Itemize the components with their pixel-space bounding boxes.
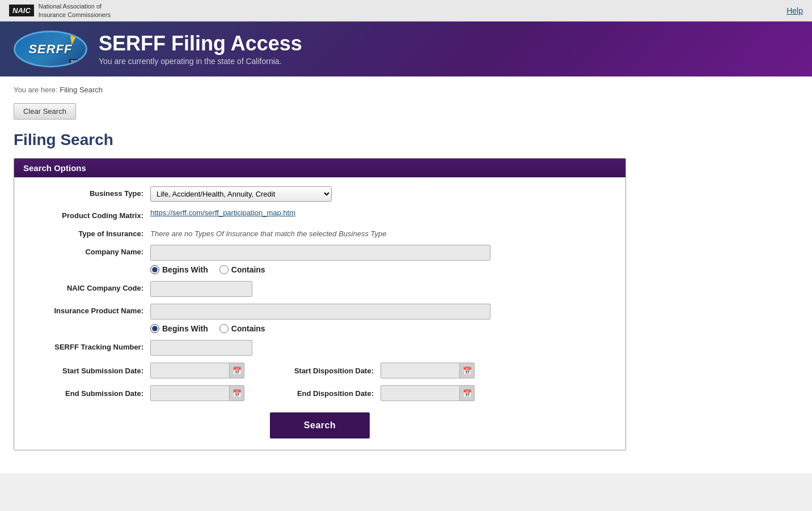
end-disposition-label: End Disposition Date: [267, 389, 380, 398]
business-type-label: Business Type: [26, 186, 150, 198]
end-disposition-input[interactable] [380, 385, 460, 401]
clear-search-button[interactable]: Clear Search [14, 103, 76, 120]
insurance-product-row: Insurance Product Name: Begins With Cont… [26, 304, 614, 333]
end-submission-label: End Submission Date: [26, 389, 150, 398]
start-disposition-input-wrap: 📅 [380, 363, 475, 378]
help-link[interactable]: Help [786, 6, 803, 15]
breadcrumb: You are here: Filing Search [14, 86, 798, 94]
header-text: SERFF Filing Access You are currently op… [99, 32, 302, 66]
start-submission-calendar-button[interactable]: 📅 [230, 363, 244, 378]
end-submission-col: End Submission Date: 📅 [26, 385, 244, 401]
company-name-radio-group: Begins With Contains [150, 265, 614, 274]
insurance-product-label: Insurance Product Name: [26, 304, 150, 315]
breadcrumb-prefix: You are here: [14, 86, 58, 94]
search-button-row: Search [26, 412, 614, 438]
product-coding-label: Product Coding Matrix: [26, 208, 150, 220]
serff-logo: SERFF NAIC [14, 31, 87, 67]
serff-tracking-control [150, 340, 614, 356]
product-coding-control: https://serff.com/serff_participation_ma… [150, 208, 614, 217]
logo-naic-badge: NAIC [69, 59, 81, 63]
header-banner: SERFF NAIC SERFF Filing Access You are c… [0, 22, 812, 76]
business-type-select[interactable]: Life, Accident/Health, Annuity, Credit P… [150, 186, 332, 202]
end-submission-input-wrap: 📅 [150, 385, 244, 401]
product-begins-with-label[interactable]: Begins With [150, 324, 208, 333]
serff-tracking-input[interactable] [150, 340, 252, 356]
product-coding-link[interactable]: https://serff.com/serff_participation_ma… [150, 208, 614, 217]
start-disposition-label: Start Disposition Date: [267, 367, 380, 375]
business-type-control: Life, Accident/Health, Annuity, Credit P… [150, 186, 614, 202]
product-contains-radio[interactable] [219, 324, 229, 333]
search-button[interactable]: Search [270, 412, 370, 438]
naic-code-row: NAIC Company Code: [26, 281, 614, 297]
naic-logo: NAIC National Association of Insurance C… [9, 2, 111, 19]
insurance-product-input[interactable] [150, 304, 490, 320]
end-disposition-col: End Disposition Date: 📅 [267, 385, 475, 401]
company-name-input[interactable] [150, 245, 490, 261]
top-bar: NAIC National Association of Insurance C… [0, 0, 812, 22]
naic-name: National Association of Insurance Commis… [39, 2, 111, 19]
product-coding-row: Product Coding Matrix: https://serff.com… [26, 208, 614, 220]
naic-code-label: NAIC Company Code: [26, 281, 150, 292]
business-type-row: Business Type: Life, Accident/Health, An… [26, 186, 614, 202]
start-submission-col: Start Submission Date: 📅 [26, 363, 244, 378]
breadcrumb-location: Filing Search [60, 86, 103, 94]
product-contains-label[interactable]: Contains [219, 324, 265, 333]
start-submission-input-wrap: 📅 [150, 363, 244, 378]
company-name-label: Company Name: [26, 245, 150, 256]
naic-code-input[interactable] [150, 281, 252, 297]
type-of-insurance-label: Type of Insurance: [26, 227, 150, 238]
company-name-row: Company Name: Begins With Contains [26, 245, 614, 274]
start-disposition-col: Start Disposition Date: 📅 [267, 363, 475, 378]
company-contains-label[interactable]: Contains [219, 265, 265, 274]
start-submission-label: Start Submission Date: [26, 367, 150, 375]
header-title: SERFF Filing Access [99, 32, 302, 55]
start-disposition-calendar-button[interactable]: 📅 [460, 363, 475, 378]
search-options-body: Business Type: Life, Accident/Health, An… [14, 177, 625, 450]
end-submission-calendar-button[interactable]: 📅 [230, 385, 244, 401]
product-radio-group: Begins With Contains [150, 324, 614, 333]
type-of-insurance-row: Type of Insurance: There are no Types Of… [26, 227, 614, 238]
company-contains-radio[interactable] [219, 265, 229, 274]
logo-serff-text: SERFF [28, 42, 72, 57]
content-area: You are here: Filing Search Clear Search… [0, 76, 812, 473]
serff-logo-container: SERFF NAIC [14, 31, 87, 67]
end-submission-input[interactable] [150, 385, 230, 401]
search-options-box: Search Options Business Type: Life, Acci… [14, 158, 626, 450]
naic-box-label: NAIC [9, 5, 34, 16]
search-options-header: Search Options [14, 159, 625, 177]
naic-code-control [150, 281, 614, 297]
insurance-product-control: Begins With Contains [150, 304, 614, 333]
serff-tracking-row: SERFF Tracking Number: [26, 340, 614, 356]
start-submission-input[interactable] [150, 363, 230, 378]
insurance-type-message: There are no Types Of Insurance that mat… [150, 227, 614, 238]
end-disposition-calendar-button[interactable]: 📅 [460, 385, 475, 401]
company-name-control: Begins With Contains [150, 245, 614, 274]
company-begins-with-radio[interactable] [150, 265, 159, 274]
header-subtitle: You are currently operating in the state… [99, 57, 302, 66]
start-disposition-input[interactable] [380, 363, 460, 378]
end-disposition-input-wrap: 📅 [380, 385, 475, 401]
company-begins-with-label[interactable]: Begins With [150, 265, 208, 274]
serff-tracking-label: SERFF Tracking Number: [26, 340, 150, 351]
page-title: Filing Search [14, 131, 798, 149]
start-dates-row: Start Submission Date: 📅 Start Dispositi… [26, 363, 614, 378]
product-begins-with-radio[interactable] [150, 324, 159, 333]
type-of-insurance-control: There are no Types Of Insurance that mat… [150, 227, 614, 238]
end-dates-row: End Submission Date: 📅 End Disposition D… [26, 385, 614, 401]
